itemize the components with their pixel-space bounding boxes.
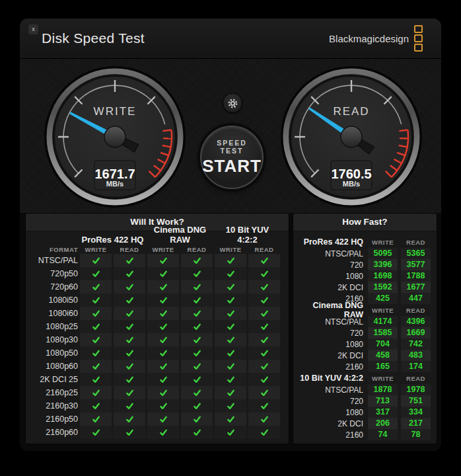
how-fast-panel: How Fast? ProRes 422 HQWRITEREADNTSC/PAL… xyxy=(293,213,437,444)
check-cell xyxy=(181,254,213,267)
write-speed-value: 704 xyxy=(368,338,398,350)
gauge-value: 1760.5 xyxy=(331,167,371,181)
format-row: 2K DCI 25 xyxy=(26,373,289,386)
check-icon xyxy=(260,402,269,411)
codec-name: ProRes 422 HQ xyxy=(299,237,363,247)
check-cell xyxy=(114,333,145,346)
resolution-label: 2K DCI xyxy=(299,351,363,360)
check-icon xyxy=(159,362,168,371)
check-icon xyxy=(159,349,168,358)
check-cell xyxy=(80,426,112,439)
check-icon xyxy=(193,283,201,292)
read-speed-value: 1677 xyxy=(401,282,431,293)
check-cell xyxy=(248,399,280,413)
resolution-label: 1080 xyxy=(299,340,363,349)
check-icon xyxy=(227,362,235,371)
speed-sections: ProRes 422 HQWRITEREADNTSC/PAL5095536572… xyxy=(293,231,437,440)
settings-button[interactable] xyxy=(223,93,242,113)
format-label: 1080p30 xyxy=(31,335,78,344)
gauge-label: WRITE xyxy=(94,105,137,118)
check-cell xyxy=(248,267,280,280)
read-speed-value: 483 xyxy=(401,350,431,361)
check-cell xyxy=(215,373,246,386)
check-icon xyxy=(193,402,201,411)
format-row: NTSC/PAL xyxy=(26,254,289,267)
check-icon xyxy=(260,257,269,265)
app-window: x Disk Speed Test Blackmagicdesign xyxy=(20,19,441,451)
codec-name: 10 Bit YUV 4:2:2 xyxy=(299,374,363,383)
format-rows: NTSC/PAL720p50720p601080i501080i601080p2… xyxy=(26,254,289,439)
check-icon xyxy=(159,402,168,411)
check-cell xyxy=(147,386,179,399)
check-cell xyxy=(147,399,179,413)
check-icon xyxy=(193,257,201,265)
read-column-header: READ xyxy=(248,246,280,253)
format-row: 1080p25 xyxy=(26,320,289,333)
check-cell xyxy=(248,386,280,399)
speed-row: NTSC/PAL41744396 xyxy=(293,316,437,327)
write-speed-value: 1878 xyxy=(368,384,398,395)
check-cell xyxy=(248,333,280,346)
resolution-label: NTSC/PAL xyxy=(299,385,363,395)
check-icon xyxy=(125,270,134,278)
check-cell xyxy=(114,267,145,280)
blackmagic-logo-icon xyxy=(414,25,423,52)
check-cell xyxy=(181,346,213,360)
check-icon xyxy=(260,349,269,358)
check-icon xyxy=(159,257,168,265)
check-icon xyxy=(227,323,235,331)
gauge-unit: MB/s xyxy=(106,180,124,188)
check-icon xyxy=(125,362,134,371)
brand: Blackmagicdesign xyxy=(329,25,423,52)
close-button[interactable]: x xyxy=(28,24,38,34)
format-row: 720p50 xyxy=(26,267,289,280)
format-label: 2160p25 xyxy=(31,388,78,397)
format-row: 1080i50 xyxy=(26,294,289,307)
speed-section: ProRes 422 HQWRITEREADNTSC/PAL5095536572… xyxy=(293,236,437,304)
check-icon xyxy=(193,376,201,384)
check-cell xyxy=(215,426,246,439)
format-label: 2160p60 xyxy=(31,428,78,437)
resolution-label: 720 xyxy=(299,397,363,406)
write-speed-value: 165 xyxy=(368,361,398,372)
check-icon xyxy=(159,323,168,331)
check-icon xyxy=(125,389,134,397)
check-icon xyxy=(159,283,168,292)
start-button[interactable]: SPEED TEST START xyxy=(200,126,264,189)
check-icon xyxy=(227,336,235,344)
check-cell xyxy=(114,360,145,373)
check-cell xyxy=(215,307,246,320)
check-icon xyxy=(260,336,269,344)
check-icon xyxy=(227,428,235,437)
write-column-header: WRITE xyxy=(215,246,246,253)
check-cell xyxy=(248,360,280,373)
check-icon xyxy=(260,389,269,397)
check-icon xyxy=(159,296,168,305)
check-cell xyxy=(80,280,112,294)
speed-section-header: ProRes 422 HQWRITEREAD xyxy=(293,236,437,248)
check-cell xyxy=(181,360,213,373)
check-cell xyxy=(80,320,112,333)
page-title: Disk Speed Test xyxy=(42,30,145,46)
check-icon xyxy=(159,428,168,437)
check-icon xyxy=(92,402,100,411)
check-icon xyxy=(92,349,100,358)
format-label: 1080p60 xyxy=(31,362,78,371)
format-row: 2160p25 xyxy=(26,386,289,399)
check-cell xyxy=(147,294,179,307)
check-cell xyxy=(248,373,280,386)
check-cell xyxy=(215,346,246,360)
write-column-header: WRITE xyxy=(147,246,179,253)
brand-text: Blackmagicdesign xyxy=(329,33,409,44)
gear-icon xyxy=(227,98,238,109)
check-cell xyxy=(80,307,112,320)
check-icon xyxy=(125,257,134,265)
write-gauge: WRITE 1671.7 MB/s xyxy=(44,66,186,208)
desktop-background: x Disk Speed Test Blackmagicdesign xyxy=(0,0,461,476)
group-header-yuv: 10 Bit YUV 4:2:2 xyxy=(215,225,280,245)
check-icon xyxy=(193,309,201,318)
check-cell xyxy=(248,413,280,426)
check-icon xyxy=(92,296,100,305)
check-icon xyxy=(92,257,100,265)
format-row: 1080p50 xyxy=(26,346,289,360)
